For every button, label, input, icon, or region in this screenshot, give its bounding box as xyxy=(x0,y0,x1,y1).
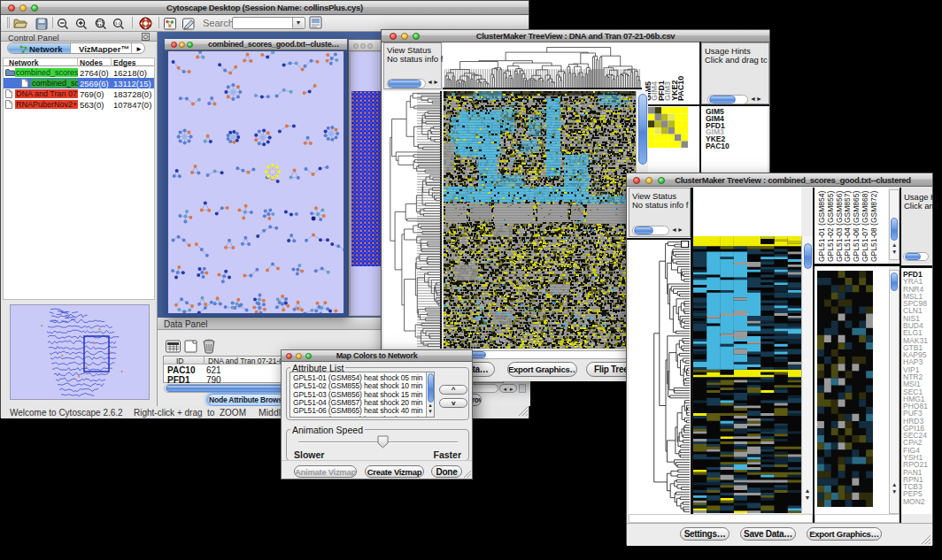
svg-text:GPL51-07 (GSM868): GPL51-07 (GSM868) xyxy=(861,191,869,262)
svg-text:GPL51-01 (GSM854): GPL51-01 (GSM854) xyxy=(817,191,826,262)
svg-text:GPL51-06 (GSM865): GPL51-06 (GSM865) xyxy=(852,191,861,262)
svg-text:GPL51-02 (GSM855): GPL51-02 (GSM855) xyxy=(826,191,835,262)
svg-text:GPL51-03 (GSM856): GPL51-03 (GSM856) xyxy=(835,191,844,262)
svg-text:PAC10: PAC10 xyxy=(676,76,685,101)
svg-text:1:1: 1:1 xyxy=(115,21,121,26)
svg-text:GPL51-08 (GSM872): GPL51-08 (GSM872) xyxy=(869,191,878,262)
svg-text:GPL51-04 (GSM857): GPL51-04 (GSM857) xyxy=(843,191,852,262)
